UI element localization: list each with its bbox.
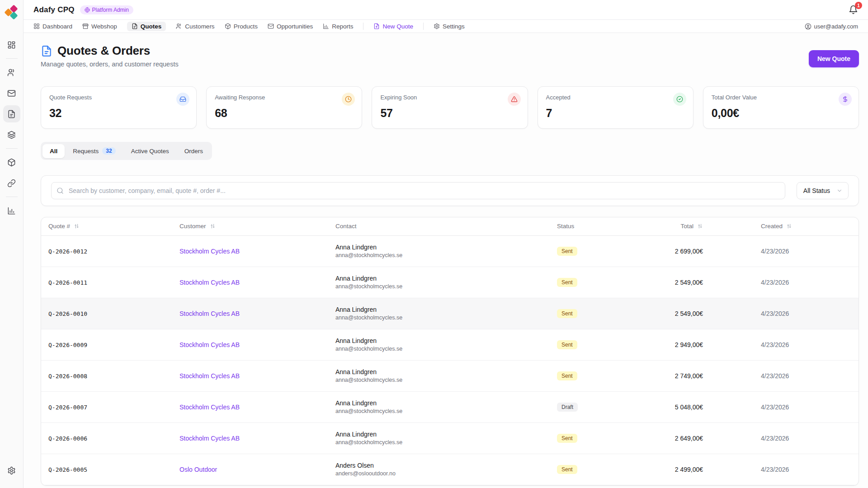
nav-quotes[interactable]: Quotes xyxy=(127,22,166,31)
tab-all[interactable]: All xyxy=(42,144,65,158)
chevron-down-icon xyxy=(836,188,843,194)
status-badge: Sent xyxy=(557,309,577,318)
tab-requests[interactable]: Requests 32 xyxy=(66,144,123,158)
sidebar xyxy=(0,0,24,488)
table-row[interactable]: Q-2026-0011 Stockholm Cycles AB Anna Lin… xyxy=(41,267,859,298)
search-icon xyxy=(57,187,64,194)
nav-divider xyxy=(363,23,363,30)
nav-reports[interactable]: Reports xyxy=(323,23,353,30)
status-badge: Sent xyxy=(557,278,577,287)
sidebar-divider xyxy=(6,148,18,149)
table-row[interactable]: Q-2026-0006 Stockholm Cycles AB Anna Lin… xyxy=(41,422,859,454)
page-title: Quotes & Orders xyxy=(57,44,150,58)
tab-active-quotes[interactable]: Active Quotes xyxy=(124,144,176,158)
col-created[interactable]: Created xyxy=(710,217,859,235)
view-tabs: All Requests 32 Active Quotes Orders xyxy=(41,142,212,160)
sidebar-divider xyxy=(6,197,18,197)
platform-admin-badge: Platform Admin xyxy=(80,5,133,14)
table-row[interactable]: Q-2026-0005 Oslo Outdoor Anders Olsenand… xyxy=(41,454,859,485)
new-quote-button[interactable]: New Quote xyxy=(809,50,859,67)
stat-accepted: Accepted 7 xyxy=(538,86,693,129)
col-status: Status xyxy=(550,217,665,235)
bar-chart-icon[interactable] xyxy=(3,202,20,219)
requests-count-badge: 32 xyxy=(102,147,115,155)
nav-webshop[interactable]: Webshop xyxy=(82,23,117,30)
link-icon[interactable] xyxy=(3,174,20,192)
col-customer[interactable]: Customer xyxy=(172,217,328,235)
status-badge: Sent xyxy=(557,434,577,443)
app-title: Adafy CPQ xyxy=(33,5,75,14)
user-email: user@adafy.com xyxy=(814,23,859,30)
page-subtitle: Manage quotes, orders, and customer requ… xyxy=(41,61,179,68)
user-circle-icon xyxy=(805,23,811,30)
main-content: Quotes & Orders Manage quotes, orders, a… xyxy=(24,33,868,488)
notifications-button[interactable]: 1 xyxy=(849,5,858,14)
sort-icon xyxy=(786,223,792,229)
user-menu[interactable]: user@adafy.com xyxy=(805,23,859,30)
nav-customers[interactable]: Customers xyxy=(176,23,214,30)
bar-chart-icon xyxy=(323,23,329,29)
nav-divider xyxy=(423,23,424,30)
status-badge: Sent xyxy=(557,340,577,349)
dashboard-icon[interactable] xyxy=(3,36,20,53)
filter-bar: All Status xyxy=(41,175,859,206)
table-row[interactable]: Q-2026-0009 Stockholm Cycles AB Anna Lin… xyxy=(41,329,859,360)
table-row[interactable]: Q-2026-0010 Stockholm Cycles AB Anna Lin… xyxy=(41,298,859,329)
gear-icon xyxy=(434,23,440,29)
sidebar-divider xyxy=(6,58,18,59)
app-logo xyxy=(5,5,19,19)
col-quote[interactable]: Quote # xyxy=(41,217,172,235)
sort-icon xyxy=(74,223,80,229)
alert-triangle-icon xyxy=(508,93,521,106)
customer-link[interactable]: Stockholm Cycles AB xyxy=(179,372,240,380)
store-icon xyxy=(82,23,89,29)
stat-awaiting-response: Awaiting Response 68 xyxy=(206,86,362,129)
gear-icon[interactable] xyxy=(3,462,20,479)
users-icon[interactable] xyxy=(3,64,20,81)
users-icon xyxy=(176,23,182,29)
mail-icon xyxy=(268,23,274,29)
dollar-icon xyxy=(839,93,852,106)
col-total[interactable]: Total xyxy=(665,217,710,235)
status-badge: Draft xyxy=(557,403,578,412)
package-icon xyxy=(225,23,231,29)
check-circle-icon xyxy=(673,93,686,106)
nav-dashboard[interactable]: Dashboard xyxy=(33,23,72,30)
sort-icon xyxy=(697,223,703,229)
customer-link[interactable]: Stockholm Cycles AB xyxy=(179,310,240,317)
nav-settings[interactable]: Settings xyxy=(434,23,465,30)
table-row[interactable]: Q-2026-0008 Stockholm Cycles AB Anna Lin… xyxy=(41,360,859,391)
table-row[interactable]: Q-2026-0007 Stockholm Cycles AB Anna Lin… xyxy=(41,391,859,422)
customer-link[interactable]: Stockholm Cycles AB xyxy=(179,279,240,286)
search-input[interactable] xyxy=(51,182,785,199)
main-nav: Dashboard Webshop Quotes Customers Produ… xyxy=(24,20,868,33)
table-row[interactable]: Q-2026-0012 Stockholm Cycles AB Anna Lin… xyxy=(41,235,859,267)
nav-opportunities[interactable]: Opportunities xyxy=(268,23,313,30)
status-badge: Sent xyxy=(557,247,577,256)
clock-icon xyxy=(342,93,355,106)
package-icon[interactable] xyxy=(3,154,20,171)
customer-link[interactable]: Stockholm Cycles AB xyxy=(179,404,240,411)
customer-link[interactable]: Oslo Outdoor xyxy=(179,466,217,473)
globe-icon xyxy=(85,7,90,13)
notification-badge: 1 xyxy=(855,2,862,9)
status-filter-dropdown[interactable]: All Status xyxy=(797,182,849,199)
customer-link[interactable]: Stockholm Cycles AB xyxy=(179,341,240,348)
customer-link[interactable]: Stockholm Cycles AB xyxy=(179,248,240,255)
file-icon[interactable] xyxy=(3,105,20,122)
stat-cards: Quote Requests 32 Awaiting Response 68 E… xyxy=(41,86,859,129)
quotes-table: Quote # Customer Contact Status Total Cr… xyxy=(41,217,859,485)
layers-icon[interactable] xyxy=(3,126,20,143)
mail-icon[interactable] xyxy=(3,84,20,102)
status-badge: Sent xyxy=(557,465,577,474)
customer-link[interactable]: Stockholm Cycles AB xyxy=(179,435,240,442)
tab-orders[interactable]: Orders xyxy=(177,144,210,158)
stat-quote-requests: Quote Requests 32 xyxy=(41,86,197,129)
stat-expiring-soon: Expiring Soon 57 xyxy=(372,86,528,129)
quotes-table-card: Quote # Customer Contact Status Total Cr… xyxy=(41,217,859,486)
nav-new-quote[interactable]: New Quote xyxy=(373,23,413,30)
status-badge: Sent xyxy=(557,371,577,380)
col-contact: Contact xyxy=(328,217,550,235)
sort-icon xyxy=(210,223,216,229)
nav-products[interactable]: Products xyxy=(225,23,258,30)
